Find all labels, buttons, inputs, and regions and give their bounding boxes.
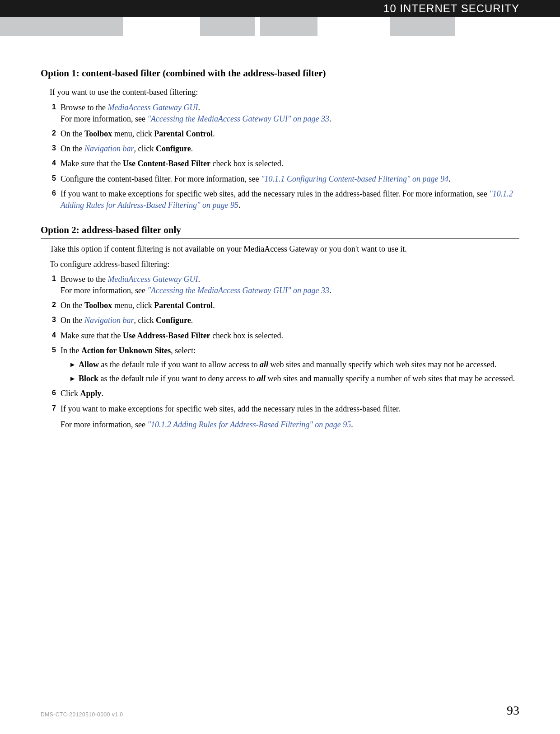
step-body: Browse to the MediaAccess Gateway GUI. F… [61, 102, 519, 125]
text: If you want to make exceptions for speci… [61, 404, 400, 413]
bold-text: Toolbox [84, 301, 112, 310]
link-nav-bar[interactable]: Navigation bar [84, 316, 134, 325]
step-body: On the Navigation bar, click Configure. [61, 143, 519, 154]
step-number: 2 [50, 128, 61, 140]
step-body: Configure the content-based filter. For … [61, 173, 519, 185]
tab-block [61, 17, 123, 36]
bold-text: Action for Unknown Sites [81, 346, 171, 355]
bold-text: Configure [156, 144, 191, 153]
step-number: 1 [50, 102, 61, 125]
text: If you want to make exceptions for speci… [61, 189, 489, 198]
tab-strip [0, 17, 560, 36]
sublist-item: ▶ Allow as the default rule if you want … [70, 359, 519, 370]
step-body: If you want to make exceptions for speci… [61, 403, 519, 430]
page-footer: DMS-CTC-20120510-0000 v1.0 93 [41, 703, 519, 718]
list-item: 6 Click Apply. [50, 388, 519, 399]
step-body: Make sure that the Use Content-Based Fil… [61, 158, 519, 169]
text: . [191, 316, 193, 325]
list-item: 7 If you want to make exceptions for spe… [50, 403, 519, 430]
step-body: On the Toolbox menu, click Parental Cont… [61, 128, 519, 140]
text: , select: [171, 346, 196, 355]
bold-text: Configure [156, 316, 191, 325]
triangle-bullet-icon: ▶ [70, 373, 79, 384]
link-mediaaccess-gui[interactable]: MediaAccess Gateway GUI [107, 103, 198, 112]
text: On the [61, 144, 84, 153]
text: . [198, 275, 200, 284]
text: , click [134, 144, 156, 153]
text: In the [61, 346, 81, 355]
list-item: 2 On the Toolbox menu, click Parental Co… [50, 128, 519, 140]
step-number: 6 [50, 188, 61, 211]
step-body: On the Toolbox menu, click Parental Cont… [61, 300, 519, 311]
list-item: 5 Configure the content-based filter. Fo… [50, 173, 519, 185]
bold-italic-text: all [257, 374, 266, 383]
text: . [448, 174, 451, 183]
step-body: If you want to make exceptions for speci… [61, 188, 519, 211]
page-header: 10 INTERNET SECURITY [0, 0, 560, 17]
text: . [213, 301, 215, 310]
bold-text: Apply [80, 389, 102, 398]
text-block: For more information, see "10.1.2 Adding… [61, 419, 519, 430]
tab-block [390, 17, 455, 36]
list-item: 4 Make sure that the Use Address-Based F… [50, 330, 519, 341]
text: Browse to the [61, 103, 107, 112]
step-body: On the Navigation bar, click Configure. [61, 315, 519, 326]
text: check box is selected. [210, 159, 283, 168]
text: , click [134, 316, 156, 325]
link-nav-bar[interactable]: Navigation bar [84, 144, 134, 153]
text: as the default rule if you want to deny … [98, 374, 257, 383]
list-item: 1 Browse to the MediaAccess Gateway GUI.… [50, 274, 519, 296]
step-body: Make sure that the Use Address-Based Fil… [61, 330, 519, 341]
triangle-bullet-icon: ▶ [70, 359, 79, 370]
text: . [238, 201, 241, 210]
step-number: 4 [50, 330, 61, 341]
text: as the default rule if you want to allow… [99, 360, 260, 369]
link-address-filtering[interactable]: "10.1.2 Adding Rules for Address-Based F… [147, 420, 351, 429]
text: . [213, 129, 215, 138]
text: Make sure that the [61, 331, 123, 340]
text: . [329, 286, 331, 295]
step-number: 7 [50, 403, 61, 430]
text: On the [61, 129, 84, 138]
step-number: 5 [50, 173, 61, 185]
tab-gap [455, 17, 560, 36]
tab-block [0, 17, 61, 36]
option2-heading: Option 2: address-based filter only [41, 224, 519, 239]
option1-intro: If you want to use the content-based fil… [50, 87, 519, 98]
text: Make sure that the [61, 159, 123, 168]
link-content-filtering[interactable]: "10.1.1 Configuring Content-based Filter… [261, 174, 448, 183]
text: check box is selected. [210, 331, 283, 340]
list-item: 5 In the Action for Unknown Sites, selec… [50, 345, 519, 385]
step-body: Click Apply. [61, 388, 519, 399]
option1-heading: Option 1: content-based filter (combined… [41, 67, 519, 82]
option2-intro1: Take this option if content filtering is… [50, 243, 519, 255]
step-number: 5 [50, 345, 61, 385]
bold-text: Use Address-Based Filter [123, 331, 210, 340]
sublist-body: Allow as the default rule if you want to… [79, 359, 519, 370]
option2-intro2: To configure address-based filtering: [50, 259, 519, 270]
list-item: 2 On the Toolbox menu, click Parental Co… [50, 300, 519, 311]
text: Browse to the [61, 275, 107, 284]
text: . [191, 144, 193, 153]
link-accessing-gui[interactable]: "Accessing the MediaAccess Gateway GUI" … [147, 114, 329, 123]
text: On the [61, 316, 84, 325]
text: web sites and manually specify a number … [266, 374, 515, 383]
sublist: ▶ Allow as the default rule if you want … [70, 359, 519, 384]
bold-text: Use Content-Based Filter [123, 159, 210, 168]
bold-text: Parental Control [154, 129, 213, 138]
step-number: 3 [50, 315, 61, 326]
text: . [351, 420, 353, 429]
step-body: In the Action for Unknown Sites, select:… [61, 345, 519, 385]
text: For more information, see [61, 114, 147, 123]
link-mediaaccess-gui[interactable]: MediaAccess Gateway GUI [107, 275, 198, 284]
list-item: 4 Make sure that the Use Content-Based F… [50, 158, 519, 169]
step-number: 2 [50, 300, 61, 311]
text: . [198, 103, 200, 112]
text: Click [61, 389, 80, 398]
bold-text: Block [79, 374, 98, 383]
tab-gap [317, 17, 390, 36]
sublist-item: ▶ Block as the default rule if you want … [70, 373, 519, 384]
link-accessing-gui[interactable]: "Accessing the MediaAccess Gateway GUI" … [147, 286, 329, 295]
text: . [329, 114, 331, 123]
tab-block [200, 17, 255, 36]
